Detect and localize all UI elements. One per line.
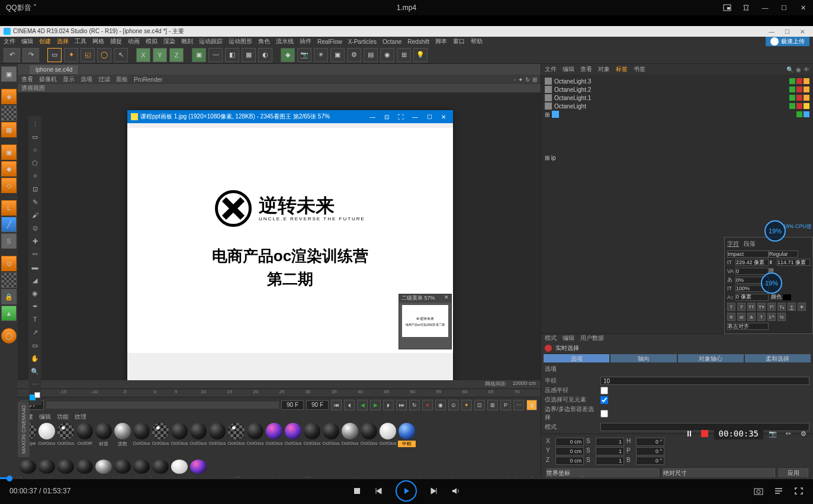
tolerance-check[interactable] — [600, 410, 608, 418]
sub-btn[interactable]: T₁ — [777, 303, 786, 311]
rp-tab[interactable]: 查看 — [580, 65, 592, 73]
bg-color[interactable] — [34, 392, 40, 398]
document-tab[interactable]: iphone se.c4d — [30, 65, 79, 74]
material[interactable]: OctGlos — [284, 423, 302, 457]
align-mode[interactable] — [727, 323, 769, 330]
c4d-maximize[interactable]: ☐ — [780, 27, 794, 36]
coord-tool[interactable]: ⊞ — [397, 48, 411, 62]
tl-opt4[interactable]: ⋯ — [513, 400, 524, 410]
object-row[interactable]: ⊞ ip — [544, 154, 811, 162]
para-tab[interactable]: 段落 — [744, 240, 756, 248]
redo-button[interactable]: ↷ — [23, 48, 39, 62]
material[interactable]: OctGlos — [246, 423, 264, 457]
menu-item[interactable]: 雕刻 — [181, 37, 193, 46]
strike-btn[interactable]: T — [798, 303, 806, 311]
vp-nav-icon[interactable]: ✦ — [518, 76, 523, 83]
menu-item[interactable]: Redshift — [407, 38, 429, 45]
vp-menu[interactable]: 过滤 — [98, 75, 110, 84]
1st-btn[interactable]: 1ˢᵗ — [767, 313, 776, 321]
material[interactable]: 中框 — [398, 423, 416, 457]
rotate-tool[interactable]: ◯ — [97, 48, 111, 62]
tool-eyedrop[interactable]: ✎ — [30, 197, 40, 207]
object-row[interactable]: OctaneLight — [544, 102, 811, 110]
underline-btn[interactable]: T — [788, 303, 796, 311]
spline-tool[interactable]: 〰 — [208, 48, 223, 62]
coord-x[interactable] — [555, 438, 584, 446]
tl-keyopt[interactable]: ⊙ — [448, 400, 459, 410]
thumb-image[interactable]: ⊗ 逆转未来 电商产品oc渲染训练营 第二期 — [402, 305, 448, 337]
attr-tab[interactable]: 模式 — [545, 334, 557, 344]
player-app-name[interactable]: QQ影音 ˅ — [6, 3, 37, 13]
coord-abs[interactable] — [663, 468, 776, 478]
nurbs-tool[interactable]: ◧ — [225, 48, 239, 62]
filter-icon[interactable]: ◉ — [796, 66, 801, 73]
material[interactable] — [189, 460, 207, 475]
attr-btn[interactable]: 轴向 — [610, 354, 676, 362]
tool-blur[interactable]: ◉ — [30, 288, 40, 298]
lock-tool[interactable]: 🔒 — [1, 289, 17, 304]
tool-poly[interactable]: ⬠ — [30, 158, 40, 168]
material[interactable] — [114, 460, 131, 475]
coord-hx[interactable] — [636, 438, 664, 446]
menu-item[interactable]: 捕捉 — [110, 37, 122, 46]
mat-menu[interactable]: 纹理 — [75, 413, 86, 421]
iv-close[interactable]: ✕ — [438, 112, 449, 121]
tl-play[interactable]: ▶ — [370, 400, 381, 410]
coord-z[interactable] — [555, 457, 584, 465]
vp-menu[interactable]: 显示 — [63, 75, 75, 84]
attr-tab[interactable]: 用户数据 — [580, 334, 604, 344]
t1-btn[interactable]: T — [757, 313, 766, 321]
menu-item[interactable]: 脚本 — [435, 37, 447, 46]
menu-item[interactable]: 渲染 — [163, 37, 175, 46]
tl-first[interactable]: ⏮ — [331, 400, 342, 410]
vp-menu[interactable]: ProRender — [134, 76, 162, 83]
material[interactable] — [19, 460, 37, 475]
tl-prev[interactable]: ⏴ — [344, 400, 355, 410]
char-tab[interactable]: 字符 — [727, 240, 739, 248]
tl-loop[interactable]: ↻ — [409, 400, 420, 410]
c4d-close[interactable]: ✕ — [795, 27, 809, 36]
material[interactable]: OctGlos — [227, 423, 245, 457]
tl-sep[interactable]: ✦ — [461, 400, 472, 410]
mat-menu[interactable]: 功能 — [57, 413, 69, 421]
menu-item[interactable]: 运动图形 — [229, 37, 252, 46]
select-tool[interactable]: ▭ — [47, 48, 62, 62]
menu-item[interactable]: 文件 — [4, 37, 15, 46]
rp-tab[interactable]: 对象 — [598, 65, 610, 73]
eye-icon[interactable]: 👁 — [804, 66, 809, 73]
material[interactable]: OctGlos — [152, 423, 169, 457]
iv-switch[interactable]: ⊡ — [381, 112, 393, 121]
material[interactable]: OctGlos — [133, 423, 150, 457]
tool-brush[interactable]: 🖌 — [30, 210, 40, 220]
snap-tool[interactable] — [1, 272, 17, 288]
rec-pause[interactable]: ⏸ — [683, 428, 695, 439]
half-btn[interactable]: ½ — [777, 313, 786, 321]
tool-dots[interactable]: ⋮ — [30, 118, 40, 129]
tool-clone[interactable]: ⊙ — [30, 223, 40, 233]
fi-btn[interactable]: fi — [727, 313, 735, 321]
iv-content[interactable]: 逆转未来 UNCLE.E REVERSE THE FUTURE 电商产品oc渲染… — [127, 123, 453, 380]
tool-zoom[interactable]: 🔍 — [30, 366, 40, 377]
line-height[interactable] — [777, 259, 810, 266]
material[interactable] — [76, 460, 94, 475]
material[interactable] — [57, 460, 75, 475]
tool-crop[interactable]: ⊡ — [30, 184, 40, 194]
iv-fullscreen[interactable]: ⛶ — [395, 112, 407, 121]
uv-mode[interactable] — [1, 105, 17, 121]
menu-item[interactable]: 流水线 — [276, 37, 294, 46]
undo-button[interactable]: ↶ — [4, 48, 20, 62]
tweak-mode[interactable]: S — [1, 233, 17, 249]
caps-btn[interactable]: TT — [747, 303, 756, 311]
frame-end[interactable] — [306, 400, 329, 410]
fullscreen-button[interactable] — [794, 487, 804, 495]
material[interactable] — [133, 460, 150, 475]
menu-item[interactable]: 选择 — [57, 37, 69, 46]
screenshot-button[interactable] — [754, 487, 763, 495]
object-row[interactable]: ⊞ — [544, 110, 811, 118]
c4d-minimize[interactable]: — — [764, 27, 779, 36]
material[interactable] — [95, 460, 113, 475]
environment-tool[interactable]: ◆ — [281, 48, 295, 62]
tool-gradient[interactable]: ◢ — [30, 275, 40, 285]
object-row[interactable]: OctaneLight.2 — [544, 85, 811, 94]
play-button[interactable] — [396, 480, 417, 502]
